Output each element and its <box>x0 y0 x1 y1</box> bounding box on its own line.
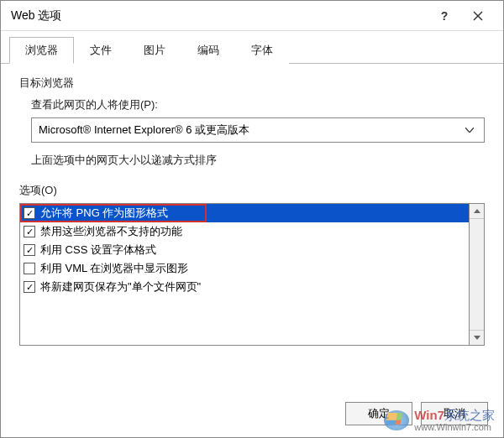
ok-button[interactable]: 确定 <box>345 402 412 425</box>
option-row[interactable]: 允许将 PNG 作为图形格式 <box>20 204 469 222</box>
option-label: 允许将 PNG 作为图形格式 <box>40 206 168 221</box>
target-browser-group: 查看此网页的人将使用(P): Microsoft® Internet Explo… <box>19 97 485 168</box>
titlebar-buttons: ? <box>429 3 496 29</box>
option-checkbox[interactable] <box>24 226 35 237</box>
close-button[interactable] <box>459 3 496 29</box>
section-heading: 目标浏览器 <box>19 76 485 91</box>
scroll-down-icon[interactable] <box>470 330 484 345</box>
tab-encoding[interactable]: 编码 <box>181 37 235 64</box>
options-listbox[interactable]: 允许将 PNG 作为图形格式禁用这些浏览器不支持的功能利用 CSS 设置字体格式… <box>19 203 470 346</box>
browser-dropdown[interactable]: Microsoft® Internet Explorer® 6 或更高版本 <box>31 117 485 143</box>
dialog-footer: 确定 取消 Win7系统之家 www.Winwin7.com <box>1 390 503 437</box>
help-button[interactable]: ? <box>429 3 459 29</box>
content-area: 目标浏览器 查看此网页的人将使用(P): Microsoft® Internet… <box>1 64 503 390</box>
tab-files[interactable]: 文件 <box>74 37 128 64</box>
close-icon <box>473 11 483 21</box>
option-row[interactable]: 将新建网页保存为"单个文件网页" <box>20 278 469 296</box>
options-scrollbar[interactable] <box>470 203 485 346</box>
options-label: 选项(O) <box>19 183 485 198</box>
option-label: 利用 VML 在浏览器中显示图形 <box>40 261 188 276</box>
browser-field-label: 查看此网页的人将使用(P): <box>31 97 485 112</box>
option-label: 利用 CSS 设置字体格式 <box>40 242 156 258</box>
options-listbox-wrap: 允许将 PNG 作为图形格式禁用这些浏览器不支持的功能利用 CSS 设置字体格式… <box>19 203 485 346</box>
option-checkbox[interactable] <box>24 281 35 293</box>
cancel-button[interactable]: 取消 <box>421 402 488 425</box>
option-row[interactable]: 利用 CSS 设置字体格式 <box>20 241 469 259</box>
option-label: 禁用这些浏览器不支持的功能 <box>40 224 182 239</box>
scroll-track[interactable] <box>470 219 484 330</box>
tab-images[interactable]: 图片 <box>128 37 181 64</box>
web-options-dialog: Web 选项 ? 浏览器 文件 图片 编码 字体 目标浏览器 查看此网页的人将使… <box>0 0 504 438</box>
option-checkbox[interactable] <box>24 263 35 274</box>
scroll-up-icon[interactable] <box>470 204 484 219</box>
chevron-down-icon <box>462 128 477 133</box>
titlebar: Web 选项 ? <box>1 1 503 31</box>
tab-fonts[interactable]: 字体 <box>235 37 289 64</box>
option-label: 将新建网页保存为"单个文件网页" <box>40 279 201 295</box>
option-row[interactable]: 禁用这些浏览器不支持的功能 <box>20 222 469 241</box>
sort-note: 上面选项中的网页大小以递减方式排序 <box>31 153 485 168</box>
option-row[interactable]: 利用 VML 在浏览器中显示图形 <box>20 259 469 278</box>
window-title: Web 选项 <box>11 8 429 23</box>
option-checkbox[interactable] <box>24 207 35 219</box>
tab-bar: 浏览器 文件 图片 编码 字体 <box>1 31 503 64</box>
option-checkbox[interactable] <box>24 244 35 256</box>
browser-dropdown-value: Microsoft® Internet Explorer® 6 或更高版本 <box>39 123 249 138</box>
tab-browser[interactable]: 浏览器 <box>9 37 74 64</box>
